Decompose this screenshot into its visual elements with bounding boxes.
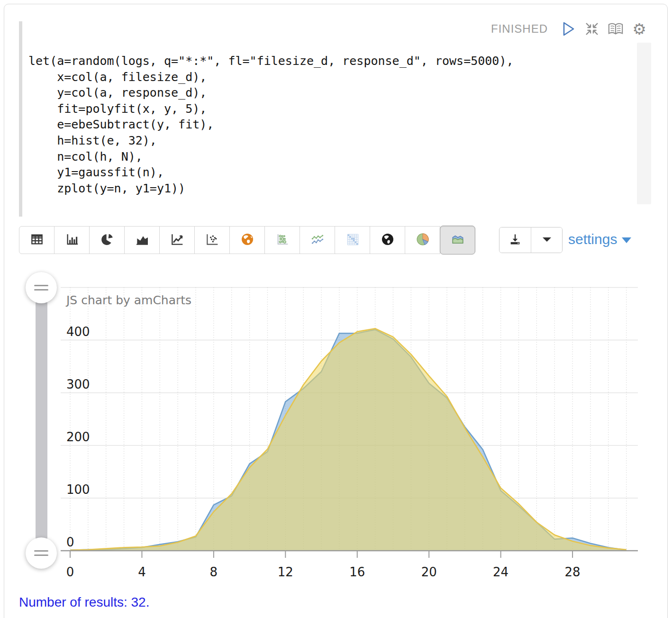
svg-text:8: 8 [210, 565, 218, 579]
value-axis-zoom-handle-bottom[interactable] [26, 537, 57, 569]
svg-text:300: 300 [66, 377, 90, 391]
results-count-text: Number of results: 32. [19, 595, 149, 610]
area-series-1 [70, 328, 627, 551]
svg-text:20: 20 [421, 565, 437, 579]
svg-text:16: 16 [349, 565, 365, 579]
svg-text:12: 12 [278, 565, 293, 579]
chart-type-zplot-area-button[interactable] [440, 226, 475, 254]
svg-text:4: 4 [138, 565, 146, 579]
svg-text:24: 24 [493, 565, 509, 579]
area-chart-plot[interactable]: 04812162024280100200300400 [0, 0, 672, 618]
svg-text:0: 0 [66, 565, 74, 579]
svg-text:0: 0 [66, 535, 74, 549]
svg-text:400: 400 [66, 325, 90, 339]
zplot-area-chart-icon [449, 232, 467, 249]
value-axis-zoom-handle-top[interactable] [26, 272, 57, 303]
svg-text:200: 200 [66, 430, 90, 444]
svg-text:28: 28 [565, 565, 581, 579]
value-axis-zoom-track [36, 288, 47, 554]
svg-text:100: 100 [66, 482, 90, 497]
